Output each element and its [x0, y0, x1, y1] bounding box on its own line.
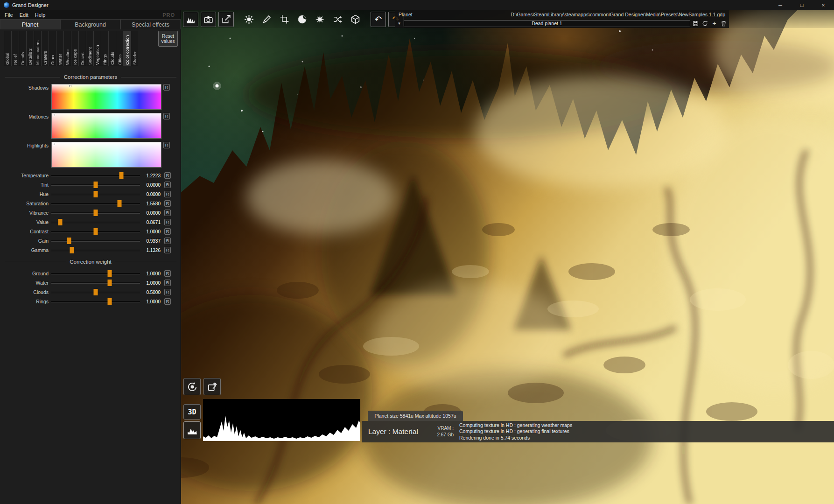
- reset-button[interactable]: R: [164, 191, 171, 197]
- side-tab-ice-caps[interactable]: Ice caps: [71, 31, 78, 66]
- reset-button[interactable]: R: [164, 182, 171, 188]
- color-picker-marker[interactable]: [53, 143, 55, 145]
- histogram-toggle-button[interactable]: [183, 421, 201, 439]
- histogram-tool-button[interactable]: [183, 12, 198, 27]
- planet-viewport[interactable]: ↶ ↷ Planet D:\Games\SteamLibrary\steamap…: [181, 10, 834, 504]
- slider-handle[interactable]: [119, 172, 124, 179]
- slider-handle[interactable]: [108, 298, 112, 305]
- slider-handle[interactable]: [94, 210, 98, 216]
- slider-handle[interactable]: [94, 191, 98, 197]
- reset-button[interactable]: R: [164, 289, 171, 295]
- texture-paint-button[interactable]: [203, 378, 221, 395]
- gain-slider[interactable]: [51, 238, 140, 244]
- temperature-slider[interactable]: [51, 172, 140, 179]
- reset-values-button[interactable]: Reset values: [158, 31, 178, 47]
- screenshot-button[interactable]: [201, 12, 216, 27]
- side-tab-relief[interactable]: Relief: [11, 31, 19, 66]
- brush-tool-button[interactable]: [259, 12, 274, 27]
- side-tab-global[interactable]: Global: [4, 31, 11, 66]
- water-weight-slider[interactable]: [51, 280, 140, 286]
- slider-handle[interactable]: [94, 182, 98, 188]
- slider-handle[interactable]: [70, 247, 74, 253]
- menu-edit[interactable]: Edit: [20, 12, 28, 18]
- tint-slider[interactable]: [51, 182, 140, 188]
- side-tab-other[interactable]: Other: [49, 31, 56, 66]
- color-picker-marker[interactable]: [53, 114, 55, 116]
- delete-preset-button[interactable]: [720, 20, 728, 28]
- reset-button[interactable]: R: [164, 247, 171, 253]
- side-tab-clouds[interactable]: Clouds: [108, 31, 116, 66]
- reset-button[interactable]: R: [164, 270, 171, 277]
- contrast-slider[interactable]: [51, 228, 140, 235]
- side-tab-color-correction[interactable]: Color correction: [123, 31, 131, 66]
- side-tab-shader[interactable]: Shader: [131, 31, 138, 66]
- eclipse-tool-button[interactable]: [294, 12, 310, 27]
- reset-button[interactable]: R: [164, 238, 171, 244]
- slider-handle[interactable]: [94, 289, 98, 295]
- reload-preset-button[interactable]: [701, 20, 709, 28]
- reset-button[interactable]: R: [163, 142, 170, 148]
- shadows-color-picker[interactable]: [51, 84, 161, 110]
- reset-button[interactable]: R: [164, 219, 171, 225]
- side-tab-craters[interactable]: Craters: [41, 31, 49, 66]
- reset-button[interactable]: R: [164, 228, 171, 235]
- maximize-button[interactable]: □: [791, 0, 813, 10]
- side-tab-micro-craters[interactable]: Micro craters: [34, 31, 41, 66]
- reset-button[interactable]: R: [164, 172, 171, 179]
- slider-handle[interactable]: [94, 228, 98, 235]
- sun-light-button[interactable]: [241, 12, 257, 27]
- slider-handle[interactable]: [58, 219, 63, 225]
- slider-handle[interactable]: [118, 200, 122, 207]
- reset-button[interactable]: R: [163, 84, 170, 91]
- midtones-color-picker[interactable]: [51, 113, 161, 139]
- side-tab-rings[interactable]: Rings: [101, 31, 108, 66]
- side-tab-cities[interactable]: Cities: [116, 31, 123, 66]
- side-tab-details[interactable]: Details: [19, 31, 26, 66]
- add-preset-button[interactable]: +: [710, 20, 718, 28]
- export-button[interactable]: [218, 12, 234, 27]
- value-slider[interactable]: [51, 219, 140, 225]
- reset-button[interactable]: R: [163, 113, 170, 119]
- tab-background[interactable]: Background: [60, 19, 120, 29]
- saturation-slider[interactable]: [51, 200, 140, 207]
- randomize-button[interactable]: [330, 12, 345, 27]
- reset-button[interactable]: R: [164, 280, 171, 286]
- reset-button[interactable]: R: [164, 298, 171, 305]
- random-seed-button[interactable]: [348, 12, 363, 27]
- side-tab-sediment[interactable]: Sediment: [86, 31, 93, 66]
- reset-button[interactable]: R: [164, 200, 171, 207]
- reset-button[interactable]: R: [164, 210, 171, 216]
- side-tab-weather[interactable]: Weather: [63, 31, 71, 66]
- undo-button[interactable]: ↶: [371, 12, 386, 27]
- side-tab-vegetation[interactable]: Vegetation: [93, 31, 101, 66]
- color-picker-marker[interactable]: [69, 85, 71, 87]
- menu-help[interactable]: Help: [35, 12, 46, 18]
- close-button[interactable]: ×: [813, 0, 834, 10]
- side-tab-water[interactable]: Water: [56, 31, 63, 66]
- orbit-mode-button[interactable]: [183, 378, 201, 395]
- crop-tool-button[interactable]: [277, 12, 292, 27]
- tab-planet[interactable]: Planet: [0, 19, 60, 29]
- chevron-down-icon[interactable]: ▼: [396, 20, 402, 27]
- slider-handle[interactable]: [108, 270, 112, 277]
- slider-label: Value: [5, 219, 51, 225]
- side-tab-desert[interactable]: Desert: [78, 31, 86, 66]
- slider-handle[interactable]: [67, 238, 71, 244]
- minimize-button[interactable]: ─: [770, 0, 791, 10]
- highlights-color-picker[interactable]: [51, 142, 161, 168]
- impact-tool-button[interactable]: [312, 12, 328, 27]
- rings-weight-slider[interactable]: [51, 298, 140, 305]
- save-preset-button[interactable]: [692, 20, 700, 28]
- slider-handle[interactable]: [108, 280, 112, 286]
- histogram-display[interactable]: [203, 399, 360, 441]
- clouds-weight-slider[interactable]: [51, 289, 140, 295]
- gamma-slider[interactable]: [51, 247, 140, 253]
- mode-3d-button[interactable]: 3D: [183, 404, 201, 420]
- hue-slider[interactable]: [51, 191, 140, 197]
- ground-weight-slider[interactable]: [51, 270, 140, 277]
- vibrance-slider[interactable]: [51, 210, 140, 216]
- menu-file[interactable]: File: [5, 12, 13, 18]
- tab-special-effects[interactable]: Special effects: [120, 19, 181, 29]
- preset-dropdown[interactable]: Dead planet 1: [404, 20, 690, 27]
- side-tab-details-2[interactable]: Details 2: [26, 31, 34, 66]
